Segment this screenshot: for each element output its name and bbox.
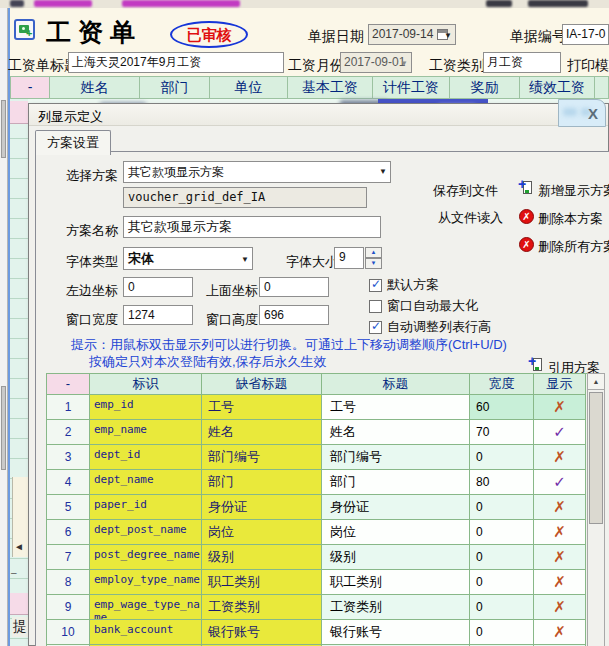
payroll-type-field[interactable]: 月工资 <box>483 52 561 73</box>
row-number-cell[interactable]: 10 <box>47 620 90 645</box>
chevron-down-icon[interactable]: ▼ <box>241 248 249 269</box>
auto-rowheight-checkbox[interactable]: ✓ 自动调整列表行高 <box>369 318 491 336</box>
payroll-grid-header-cell[interactable]: 部门 <box>140 76 210 99</box>
default-title-cell[interactable]: 工号 <box>202 395 322 420</box>
show-check-icon[interactable]: ✓ <box>534 470 586 495</box>
title-cell[interactable]: 身份证 <box>322 495 470 520</box>
close-button[interactable]: X <box>558 99 606 127</box>
column-table-header-cell[interactable]: 缺省标题 <box>202 374 322 395</box>
field-id-cell[interactable]: dept_post_name <box>90 520 202 545</box>
title-cell[interactable]: 部门 <box>322 470 470 495</box>
row-number-cell[interactable]: 4 <box>47 470 90 495</box>
window-width-field[interactable]: 1274 <box>123 305 193 325</box>
column-table-header-cell[interactable]: 标识 <box>90 374 202 395</box>
field-id-cell[interactable]: bank_account <box>90 620 202 645</box>
default-title-cell[interactable]: 姓名 <box>202 420 322 445</box>
payroll-grid-header-cell[interactable]: 单位 <box>210 76 288 99</box>
width-cell[interactable]: 0 <box>470 495 534 520</box>
default-title-cell[interactable]: 职工类别 <box>202 570 322 595</box>
auto-maximize-checkbox[interactable]: ✓ 窗口自动最大化 <box>369 297 478 315</box>
field-id-cell[interactable]: employ_type_name <box>90 570 202 595</box>
ref-scheme-icon[interactable]: + <box>529 357 544 372</box>
width-cell[interactable]: 80 <box>470 470 534 495</box>
left-coord-field[interactable]: 0 <box>123 277 193 297</box>
default-title-cell[interactable]: 银行账号 <box>202 620 322 645</box>
field-id-cell[interactable]: post_degree_name <box>90 545 202 570</box>
column-table-header-cell[interactable]: 标题 <box>322 374 470 395</box>
column-table-row[interactable]: 8employ_type_name职工类别职工类别0✗ <box>47 570 587 595</box>
scroll-up-icon[interactable]: ▲ <box>588 374 604 390</box>
title-cell[interactable]: 级别 <box>322 545 470 570</box>
top-coord-field[interactable]: 0 <box>259 277 329 297</box>
column-table-row[interactable]: 7post_degree_name级别级别0✗ <box>47 545 587 570</box>
show-cross-icon[interactable]: ✗ <box>534 495 586 520</box>
width-cell[interactable]: 0 <box>470 595 534 620</box>
payroll-grid-header-cell[interactable]: 基本工资 <box>288 76 373 99</box>
chevron-down-icon[interactable]: ▼ <box>400 53 408 72</box>
scrollbar-thumb[interactable] <box>589 392 603 524</box>
show-cross-icon[interactable]: ✗ <box>534 445 586 470</box>
column-table-row[interactable]: 10bank_account银行账号银行账号0✗ <box>47 620 587 645</box>
row-number-cell[interactable]: 9 <box>47 595 90 620</box>
column-table-header-cell[interactable]: 宽度 <box>470 374 534 395</box>
chevron-down-icon[interactable]: ▼ <box>379 162 387 182</box>
column-table-header-cell[interactable]: 显示 <box>534 374 586 395</box>
title-cell[interactable]: 姓名 <box>322 420 470 445</box>
field-id-cell[interactable]: paper_id <box>90 495 202 520</box>
column-table-row[interactable]: 9emp_wage_type_name工资类别工资类别0✗ <box>47 595 587 620</box>
payroll-grid-header-cell[interactable]: 奖励 <box>450 76 520 99</box>
width-cell[interactable]: 0 <box>470 445 534 470</box>
width-cell[interactable]: 0 <box>470 620 534 645</box>
column-table-row[interactable]: 5paper_id身份证身份证0✗ <box>47 495 587 520</box>
payroll-grid-header-cell[interactable]: 姓名 <box>50 76 140 99</box>
payroll-title-field[interactable]: 上海天灵2017年9月工资 <box>68 52 284 73</box>
row-number-cell[interactable]: 7 <box>47 545 90 570</box>
show-cross-icon[interactable]: ✗ <box>534 545 586 570</box>
stepper-down-icon[interactable]: ▼ <box>365 258 382 269</box>
width-cell[interactable]: 60 <box>470 395 534 420</box>
doc-no-field[interactable]: IA-17-0 <box>562 24 609 45</box>
column-table-row[interactable]: 1emp_id工号工号60✗ <box>47 395 587 420</box>
default-title-cell[interactable]: 工资类别 <box>202 595 322 620</box>
title-cell[interactable]: 工号 <box>322 395 470 420</box>
default-title-cell[interactable]: 级别 <box>202 545 322 570</box>
payroll-grid-header-cell[interactable]: 绩效工资 <box>520 76 595 99</box>
default-title-cell[interactable]: 部门编号 <box>202 445 322 470</box>
show-check-icon[interactable]: ✓ <box>534 420 586 445</box>
default-title-cell[interactable]: 身份证 <box>202 495 322 520</box>
scroll-left-arrow-icon[interactable]: ◄ <box>14 541 24 552</box>
field-id-cell[interactable]: emp_wage_type_name <box>90 595 202 620</box>
dialog-titlebar[interactable]: 列显示定义 <box>29 104 608 126</box>
title-cell[interactable]: 职工类别 <box>322 570 470 595</box>
field-id-cell[interactable]: dept_name <box>90 470 202 495</box>
scrollbar-thumb[interactable] <box>1 100 6 158</box>
width-cell[interactable]: 0 <box>470 570 534 595</box>
show-cross-icon[interactable]: ✗ <box>534 395 586 420</box>
show-cross-icon[interactable]: ✗ <box>534 620 586 645</box>
add-scheme-button[interactable]: 新增显示方案 <box>538 182 609 200</box>
delete-all-schemes-button[interactable]: 删除所有方案 <box>538 238 609 256</box>
save-to-file-button[interactable]: 保存到文件 <box>433 182 498 200</box>
title-cell[interactable]: 工资类别 <box>322 595 470 620</box>
row-number-cell[interactable]: 2 <box>47 420 90 445</box>
column-table-row[interactable]: 6dept_post_name岗位岗位0✗ <box>47 520 587 545</box>
default-title-cell[interactable]: 部门 <box>202 470 322 495</box>
window-left-scrollbar[interactable] <box>0 8 8 646</box>
add-scheme-icon[interactable]: + <box>519 180 534 195</box>
column-table-row[interactable]: 3dept_id部门编号部门编号0✗ <box>47 445 587 470</box>
delete-scheme-button[interactable]: 删除本方案 <box>538 210 603 228</box>
tab-scheme-settings[interactable]: 方案设置 <box>35 130 111 155</box>
doc-date-field[interactable]: 2017-09-14 ▼ <box>368 24 456 45</box>
field-id-cell[interactable]: emp_name <box>90 420 202 445</box>
column-table-header-cell[interactable]: - <box>47 374 90 395</box>
delete-scheme-icon[interactable]: ✗ <box>519 209 534 224</box>
delete-all-schemes-icon[interactable]: ✗ <box>519 237 534 252</box>
title-cell[interactable]: 银行账号 <box>322 620 470 645</box>
payroll-month-field[interactable]: 2017-09-01 ▼ <box>340 52 412 73</box>
window-height-field[interactable]: 696 <box>259 305 329 325</box>
payroll-grid-header-cell[interactable]: - <box>10 76 50 99</box>
column-table-row[interactable]: 2emp_name姓名姓名70✓ <box>47 420 587 445</box>
scrollbar-thumb[interactable] <box>1 386 6 470</box>
scheme-name-field[interactable]: 其它款项显示方案 <box>123 216 381 238</box>
stepper-up-icon[interactable]: ▲ <box>365 247 382 258</box>
